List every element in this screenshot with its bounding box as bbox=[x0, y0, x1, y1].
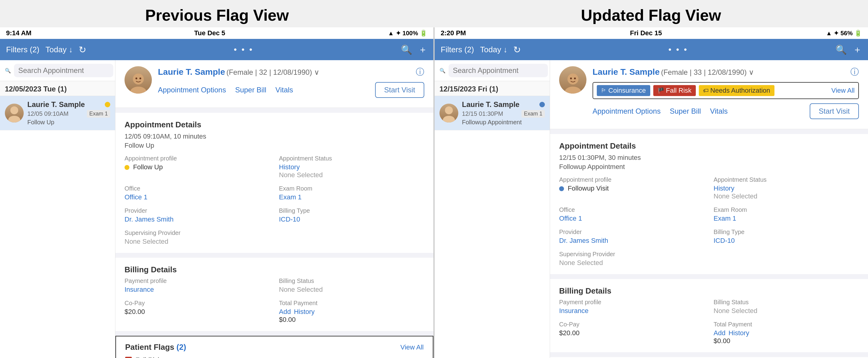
right-billing-type-item: Billing Type ICD-10 bbox=[714, 229, 859, 245]
left-search-input[interactable] bbox=[14, 64, 113, 77]
left-flags-view-all[interactable]: View All bbox=[400, 344, 424, 351]
left-filters-button[interactable]: Filters (2) bbox=[6, 45, 39, 54]
left-payment-profile-item: Payment profile Insurance bbox=[125, 277, 270, 294]
right-total-payment-row: Add History bbox=[714, 329, 859, 337]
left-apt-type: Follow Up bbox=[27, 119, 110, 126]
left-flags-header: Patient Flags (2) View All bbox=[125, 342, 424, 352]
right-refresh-icon[interactable]: ↻ bbox=[513, 44, 521, 55]
right-apt-status-value-row: History bbox=[714, 184, 859, 192]
right-apt-profile-label: Appointment profile bbox=[559, 176, 705, 183]
left-apt-status-history[interactable]: History bbox=[279, 163, 300, 171]
right-search-icon[interactable]: 🔍 bbox=[836, 44, 847, 55]
left-total-add-link[interactable]: Add bbox=[279, 308, 291, 316]
right-flags-badges-row: 🏳 Coinsurance 🏴 Fall Risk 🏷 Needs Autho bbox=[592, 82, 859, 99]
left-vitals-btn[interactable]: Vitals bbox=[276, 86, 293, 94]
left-search-icon-sidebar: 🔍 bbox=[5, 68, 11, 73]
right-billing-type-value[interactable]: ICD-10 bbox=[714, 237, 859, 245]
right-patient-info: Laurie T. Sample (Female | 33 | 12/08/19… bbox=[592, 66, 859, 119]
left-apt-profile-dot bbox=[125, 165, 129, 170]
right-nav-center: • • • bbox=[527, 45, 830, 54]
right-info-button[interactable]: ⓘ bbox=[850, 66, 859, 78]
left-super-bill-btn[interactable]: Super Bill bbox=[235, 86, 266, 94]
right-search-input[interactable] bbox=[448, 64, 548, 77]
right-apt-avatar bbox=[439, 103, 458, 122]
right-flag-badge-coinsurance[interactable]: 🏳 Coinsurance bbox=[597, 85, 650, 96]
left-provider-label: Provider bbox=[125, 207, 270, 214]
right-flags-view-all-header[interactable]: View All bbox=[831, 87, 855, 94]
right-exam-room-value[interactable]: Exam 1 bbox=[714, 214, 859, 222]
right-super-bill-btn[interactable]: Super Bill bbox=[670, 107, 701, 116]
left-office-value[interactable]: Office 1 bbox=[125, 193, 270, 201]
right-status-bar: 2:20 PM Fri Dec 15 ▲ ✦ 56% 🔋 bbox=[435, 27, 868, 39]
left-flags-title: Patient Flags (2) bbox=[125, 342, 186, 352]
right-add-icon[interactable]: ＋ bbox=[853, 43, 862, 56]
left-date: Tue Dec 5 bbox=[194, 29, 225, 37]
right-apt-type-name: Followup Appointment bbox=[559, 163, 859, 171]
right-appointment-options-btn[interactable]: Appointment Options bbox=[592, 107, 660, 116]
right-provider-value[interactable]: Dr. James Smith bbox=[559, 237, 705, 245]
right-apt-type: Followup Appointment bbox=[462, 119, 545, 126]
right-signal: ▲ ✦ 56% 🔋 bbox=[826, 29, 862, 37]
right-patient-header: Laurie T. Sample (Female | 33 | 12/08/19… bbox=[550, 60, 868, 129]
right-copay-value: $20.00 bbox=[559, 329, 705, 337]
left-total-payment-label: Total Payment bbox=[279, 300, 425, 307]
left-appointment-item[interactable]: Laurie T. Sample 12/05 09:10AM Exam 1 Fo… bbox=[0, 96, 115, 130]
left-search-icon[interactable]: 🔍 bbox=[401, 44, 412, 55]
right-total-add-link[interactable]: Add bbox=[714, 329, 725, 337]
left-payment-profile-value[interactable]: Insurance bbox=[125, 286, 270, 294]
left-panel: 9:14 AM Tue Dec 5 ▲ ✦ 100% 🔋 Filters (2)… bbox=[0, 27, 433, 358]
right-appointment-item[interactable]: Laurie T. Sample 12/15 01:30PM Exam 1 Fo… bbox=[435, 96, 550, 130]
right-filters-button[interactable]: Filters (2) bbox=[441, 45, 474, 54]
left-flag-item-1: Fall Risk bbox=[125, 356, 424, 358]
left-add-icon[interactable]: ＋ bbox=[418, 43, 427, 56]
right-billing-type-label: Billing Type bbox=[714, 229, 859, 236]
left-refresh-icon[interactable]: ↻ bbox=[79, 44, 86, 55]
left-apt-actions: Appointment Options Super Bill Vitals St… bbox=[158, 82, 424, 98]
right-billing-status-value: None Selected bbox=[714, 307, 859, 315]
left-content-area: 🔍 12/05/2023 Tue (1) Laurie T. Sample bbox=[0, 60, 433, 358]
right-billing-grid: Payment profile Insurance Billing Status… bbox=[559, 299, 859, 345]
left-exam-room-value[interactable]: Exam 1 bbox=[279, 193, 425, 201]
right-payment-profile-value[interactable]: Insurance bbox=[559, 307, 705, 315]
right-today-button[interactable]: Today ↓ bbox=[480, 45, 507, 54]
left-start-visit-btn[interactable]: Start Visit bbox=[375, 82, 424, 98]
left-apt-name-row: Laurie T. Sample bbox=[27, 100, 110, 109]
left-info-button[interactable]: ⓘ bbox=[416, 66, 424, 78]
left-date-header: 12/05/2023 Tue (1) bbox=[0, 81, 115, 96]
left-nav-dots: • • • bbox=[234, 45, 254, 54]
right-vitals-btn[interactable]: Vitals bbox=[710, 107, 728, 116]
left-sup-provider-label: Supervising Provider bbox=[125, 230, 424, 236]
right-start-visit-btn[interactable]: Start Visit bbox=[810, 103, 859, 119]
left-apt-profile-label: Appointment profile bbox=[125, 155, 270, 162]
left-total-history-link[interactable]: History bbox=[294, 308, 315, 316]
left-status-right: ▲ ✦ 100% 🔋 bbox=[388, 29, 427, 37]
svg-point-11 bbox=[574, 78, 576, 79]
right-apt-status-value: None Selected bbox=[714, 192, 859, 200]
right-date: Fri Dec 15 bbox=[630, 29, 662, 37]
svg-point-0 bbox=[10, 107, 18, 114]
right-flag-badge-fall-risk[interactable]: 🏴 Fall Risk bbox=[653, 85, 696, 96]
left-search-bar: 🔍 bbox=[0, 60, 115, 81]
right-apt-actions: Appointment Options Super Bill Vitals St… bbox=[592, 103, 859, 119]
left-apt-time: 12/05 09:10AM bbox=[27, 110, 69, 117]
left-billing-title: Billing Details bbox=[125, 265, 424, 274]
left-total-payment-value: $0.00 bbox=[279, 316, 425, 324]
right-flag-badge-needs-auth[interactable]: 🏷 Needs Authorization bbox=[699, 85, 774, 96]
left-apt-avatar bbox=[5, 103, 24, 122]
right-total-history-link[interactable]: History bbox=[728, 329, 749, 337]
left-patient-avatar bbox=[125, 66, 152, 94]
left-appointment-options-btn[interactable]: Appointment Options bbox=[158, 86, 226, 94]
left-apt-name: Laurie T. Sample bbox=[27, 100, 85, 109]
left-today-button[interactable]: Today ↓ bbox=[45, 45, 73, 54]
right-office-value[interactable]: Office 1 bbox=[559, 214, 705, 222]
right-payment-profile-item: Payment profile Insurance bbox=[559, 299, 705, 315]
left-exam-room-item: Exam Room Exam 1 bbox=[279, 185, 425, 201]
left-provider-value[interactable]: Dr. James Smith bbox=[125, 215, 270, 223]
right-billing-title: Billing Details bbox=[559, 286, 859, 296]
left-patient-name: Laurie T. Sample bbox=[158, 67, 225, 77]
right-apt-name-row: Laurie T. Sample bbox=[462, 100, 545, 109]
left-patient-demo: (Female | 32 | 12/08/1990) ∨ bbox=[226, 68, 319, 76]
left-billing-type-value[interactable]: ICD-10 bbox=[279, 215, 425, 223]
left-apt-profile-value: Follow Up bbox=[125, 163, 270, 171]
right-apt-status-history[interactable]: History bbox=[714, 184, 734, 192]
